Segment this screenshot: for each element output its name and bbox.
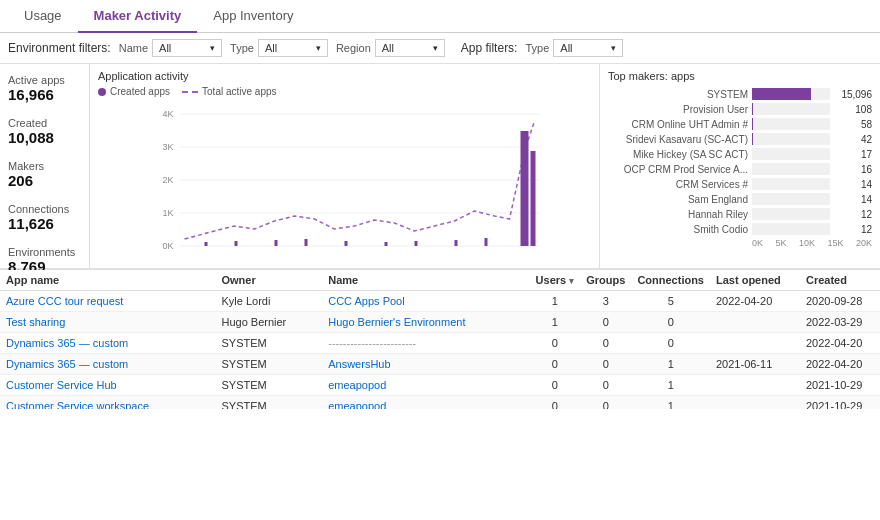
type-filter-label: Type [230,42,254,54]
svg-rect-19 [305,239,308,246]
maker-name: CRM Services # [608,179,748,190]
type-chevron-icon: ▾ [316,43,321,53]
makers-value: 206 [8,172,81,189]
sort-icon: ▾ [569,276,574,286]
application-activity-chart: Application activity Created apps Total … [90,64,600,268]
active-apps-value: 16,966 [8,86,81,103]
makers-label: Makers [8,160,81,172]
maker-row: CRM Online UHT Admin # 58 [608,118,872,130]
svg-text:4K: 4K [163,109,174,119]
tab-usage[interactable]: Usage [8,0,78,33]
maker-row: CRM Services # 14 [608,178,872,190]
env-name-link[interactable]: emeapopod [328,379,386,391]
maker-row: Hannah Riley 12 [608,208,872,220]
svg-text:3K: 3K [163,142,174,152]
users-cell: 0 [530,396,581,410]
col-app-name: App name [0,270,215,291]
svg-text:2K: 2K [163,175,174,185]
app-name-link[interactable]: Dynamics 365 — custom [6,337,128,349]
region-filter-label: Region [336,42,371,54]
app-table: App name Owner Name Users ▾ Groups Conne… [0,270,880,409]
name-filter-select[interactable]: All ▾ [152,39,222,57]
maker-name: SYSTEM [608,89,748,100]
chart-legend: Created apps Total active apps [98,86,591,97]
groups-cell: 0 [580,312,631,333]
tab-maker-activity[interactable]: Maker Activity [78,0,198,33]
groups-cell: 0 [580,375,631,396]
region-filter-group: Region All ▾ [336,39,445,57]
maker-row: Mike Hickey (SA SC ACT) 17 [608,148,872,160]
app-name-link[interactable]: Customer Service workspace [6,400,149,409]
table-header-row: App name Owner Name Users ▾ Groups Conne… [0,270,880,291]
env-name-link[interactable]: Hugo Bernier's Environment [328,316,465,328]
maker-name: Mike Hickey (SA SC ACT) [608,149,748,160]
users-cell: 0 [530,354,581,375]
users-cell: 0 [530,375,581,396]
maker-name: Hannah Riley [608,209,748,220]
app-table-section[interactable]: App name Owner Name Users ▾ Groups Conne… [0,269,880,409]
connections-cell: 0 [631,312,710,333]
groups-cell: 3 [580,291,631,312]
created-cell: 2022-04-20 [800,333,880,354]
maker-row: SYSTEM 15,096 [608,88,872,100]
maker-row: Provision User 108 [608,103,872,115]
maker-name: Smith Codio [608,224,748,235]
created-label: Created [8,117,81,129]
app-name-link[interactable]: Dynamics 365 — custom [6,358,128,370]
table-body: Azure CCC tour requestKyle LordiCCC Apps… [0,291,880,410]
region-filter-select[interactable]: All ▾ [375,39,445,57]
users-cell: 1 [530,312,581,333]
environments-label: Environments [8,246,81,258]
owner-cell: SYSTEM [215,396,322,410]
table-row: Test sharingHugo BernierHugo Bernier's E… [0,312,880,333]
col-last-opened: Last opened [710,270,800,291]
svg-rect-14 [521,131,529,246]
col-users[interactable]: Users ▾ [530,270,581,291]
makers-list: SYSTEM 15,096 Provision User 108 CRM Onl… [608,88,872,235]
app-name-link[interactable]: Test sharing [6,316,65,328]
legend-created-apps-label: Created apps [110,86,170,97]
table-row: Customer Service workspaceSYSTEMemeapopo… [0,396,880,410]
users-cell: 1 [530,291,581,312]
env-name-link[interactable]: emeapopod [328,400,386,409]
app-name-link[interactable]: Azure CCC tour request [6,295,123,307]
type-filter-value: All [265,42,277,54]
app-type-filter-group: Type All ▾ [525,39,623,57]
legend-created-apps: Created apps [98,86,170,97]
created-cell: 2022-03-29 [800,312,880,333]
table-row: Customer Service HubSYSTEMemeapopod00120… [0,375,880,396]
maker-name: Sam England [608,194,748,205]
tab-app-inventory[interactable]: App Inventory [197,0,309,33]
created-stat: Created 10,088 [8,117,81,146]
last_opened-cell [710,333,800,354]
maker-value: 15,096 [834,89,872,100]
connections-value: 11,626 [8,215,81,232]
tabs-bar: Usage Maker Activity App Inventory [0,0,880,33]
env-name-link[interactable]: CCC Apps Pool [328,295,404,307]
connections-cell: 1 [631,354,710,375]
created-cell: 2021-10-29 [800,375,880,396]
name-cell: ------------------------ [322,333,529,354]
created-cell: 2020-09-28 [800,291,880,312]
last_opened-cell: 2021-06-11 [710,354,800,375]
maker-value: 17 [834,149,872,160]
maker-bar-wrap [752,133,830,145]
chart-svg: 0K 1K 2K 3K 4K Mar 27 Apr 03 Apr 10 Apr … [98,101,591,251]
col-groups: Groups [580,270,631,291]
chart-title: Application activity [98,70,591,82]
svg-rect-18 [275,240,278,246]
svg-rect-24 [485,238,488,246]
maker-bar-wrap [752,148,830,160]
app-name-link[interactable]: Customer Service Hub [6,379,117,391]
groups-cell: 0 [580,333,631,354]
env-name-link[interactable]: AnswersHub [328,358,390,370]
connections-label: Connections [8,203,81,215]
app-type-filter-select[interactable]: All ▾ [553,39,623,57]
last_opened-cell [710,312,800,333]
svg-rect-20 [345,241,348,246]
total-active-apps-dash [182,91,198,93]
type-filter-select[interactable]: All ▾ [258,39,328,57]
maker-value: 14 [834,179,872,190]
maker-value: 108 [834,104,872,115]
connections-cell: 0 [631,333,710,354]
